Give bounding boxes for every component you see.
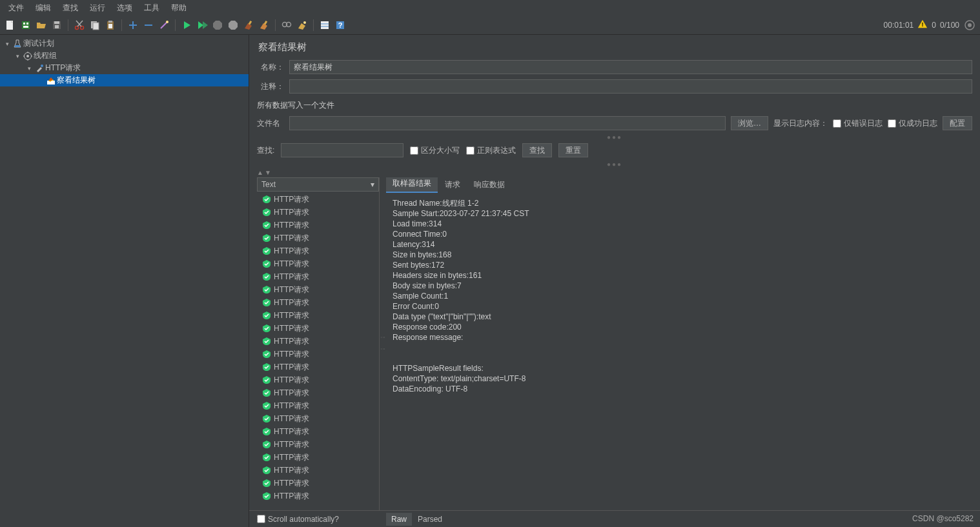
shutdown-icon[interactable] — [227, 19, 240, 32]
configure-button[interactable]: 配置 — [943, 116, 972, 130]
sample-item[interactable]: HTTP请求 — [257, 477, 379, 490]
svg-rect-4 — [26, 23, 28, 25]
menu-item[interactable]: 工具 — [139, 1, 164, 15]
svg-point-44 — [26, 55, 29, 57]
sample-item[interactable]: HTTP请求 — [257, 438, 379, 451]
new-icon[interactable] — [4, 19, 17, 32]
help-icon[interactable]: ? — [334, 19, 347, 32]
format-tab[interactable]: Parsed — [413, 513, 447, 526]
wand-icon[interactable] — [158, 19, 170, 32]
sample-item[interactable]: HTTP请求 — [257, 386, 379, 399]
scroll-auto-checkbox[interactable]: Scroll automatically? — [257, 515, 339, 524]
name-input[interactable] — [289, 60, 972, 74]
plus-icon[interactable] — [127, 19, 139, 32]
tree-test-plan[interactable]: ▾ 测试计划 — [0, 37, 249, 50]
split-handle[interactable]: ⋮ ⋮ — [380, 177, 386, 510]
divider[interactable]: ●●● — [249, 133, 980, 141]
sample-item[interactable]: HTTP请求 — [257, 348, 379, 361]
renderer-select[interactable]: Text ▾ — [257, 177, 379, 192]
sample-item[interactable]: HTTP请求 — [257, 309, 379, 322]
find-button[interactable]: 查找 — [522, 143, 552, 157]
search-icon[interactable] — [280, 19, 293, 32]
comment-input[interactable] — [289, 79, 972, 94]
sample-item[interactable]: HTTP请求 — [257, 193, 379, 206]
sampler-result-detail[interactable]: Thread Name:线程组 1-2Sample Start:2023-07-… — [386, 193, 972, 510]
menu-item[interactable]: 查找 — [58, 1, 83, 15]
tree-thread-group[interactable]: ▾ 线程组 — [0, 50, 249, 62]
format-tab[interactable]: Raw — [386, 513, 412, 526]
clear-all-icon[interactable] — [258, 19, 271, 32]
file-section-label: 所有数据写入一个文件 — [249, 96, 980, 114]
sample-item[interactable]: HTTP请求 — [257, 257, 379, 270]
menu-item[interactable]: 文件 — [4, 1, 28, 15]
search-label: 查找: — [257, 145, 274, 156]
templates-icon[interactable] — [19, 19, 32, 32]
result-tab[interactable]: 请求 — [438, 177, 467, 193]
listener-panel: 察看结果树 名称： 注释： 所有数据写入一个文件 文件名 浏览… 显示日志内容：… — [249, 35, 980, 527]
watermark: CSDN @sco5282 — [912, 514, 974, 523]
sample-item[interactable]: HTTP请求 — [257, 373, 379, 386]
result-tree-icon — [45, 75, 57, 86]
sample-item[interactable]: HTTP请求 — [257, 490, 379, 502]
expand-icon[interactable]: ▾ — [3, 41, 12, 47]
sample-item[interactable]: HTTP请求 — [257, 270, 379, 283]
success-icon — [262, 453, 271, 462]
warning-icon[interactable]: ! — [917, 19, 928, 31]
tree-http-request[interactable]: ▾ HTTP请求 — [0, 62, 249, 74]
test-plan-tree[interactable]: ▾ 测试计划 ▾ 线程组 ▾ HTTP请求 察看结果树 — [0, 35, 249, 527]
menu-item[interactable]: 选项 — [112, 1, 137, 15]
sample-item[interactable]: HTTP请求 — [257, 451, 379, 464]
sample-item[interactable]: HTTP请求 — [257, 232, 379, 244]
sample-item[interactable]: HTTP请求 — [257, 361, 379, 373]
success-icon — [262, 350, 271, 359]
sample-item[interactable]: HTTP请求 — [257, 219, 379, 232]
run-icon[interactable] — [180, 19, 193, 32]
sample-list[interactable]: HTTP请求HTTP请求HTTP请求HTTP请求HTTP请求HTTP请求HTTP… — [257, 193, 379, 510]
success-icon — [262, 208, 271, 217]
result-tab[interactable]: 响应数据 — [467, 177, 511, 193]
tree-view-results[interactable]: 察看结果树 — [0, 74, 249, 86]
sample-item[interactable]: HTTP请求 — [257, 206, 379, 219]
function-icon[interactable] — [318, 19, 331, 32]
only-errors-checkbox[interactable]: 仅错误日志 — [833, 118, 883, 129]
save-icon[interactable] — [50, 19, 63, 32]
clear-icon[interactable] — [242, 19, 255, 32]
menu-item[interactable]: 编辑 — [31, 1, 56, 15]
svg-text:?: ? — [338, 21, 343, 29]
regex-checkbox[interactable]: 正则表达式 — [466, 145, 516, 156]
cut-icon[interactable] — [73, 19, 86, 32]
svg-line-21 — [161, 22, 167, 28]
sample-item[interactable]: HTTP请求 — [257, 399, 379, 412]
result-tab[interactable]: 取样器结果 — [386, 177, 438, 193]
stop-icon[interactable] — [211, 19, 224, 32]
divider[interactable]: ●●● — [249, 160, 980, 168]
paste-icon[interactable] — [104, 19, 117, 32]
svg-rect-14 — [93, 23, 99, 30]
sample-item[interactable]: HTTP请求 — [257, 244, 379, 257]
sample-item[interactable]: HTTP请求 — [257, 283, 379, 296]
success-icon — [262, 234, 271, 243]
sample-item[interactable]: HTTP请求 — [257, 425, 379, 438]
sample-item[interactable]: HTTP请求 — [257, 464, 379, 477]
sample-item[interactable]: HTTP请求 — [257, 296, 379, 309]
filename-input[interactable] — [289, 116, 726, 130]
menu-item[interactable]: 运行 — [85, 1, 110, 15]
expand-icon[interactable]: ▾ — [13, 53, 22, 59]
minus-icon[interactable] — [142, 19, 155, 32]
menu-item[interactable]: 帮助 — [167, 1, 191, 15]
expand-icon[interactable]: ▾ — [25, 65, 34, 72]
sample-item[interactable]: HTTP请求 — [257, 412, 379, 425]
browse-button[interactable]: 浏览… — [731, 116, 768, 130]
case-sensitive-checkbox[interactable]: 区分大小写 — [410, 145, 460, 156]
open-icon[interactable] — [35, 19, 48, 32]
copy-icon[interactable] — [88, 19, 101, 32]
search-input[interactable] — [281, 143, 403, 157]
sample-item[interactable]: HTTP请求 — [257, 322, 379, 335]
sample-item[interactable]: HTTP请求 — [257, 335, 379, 348]
collapse-arrows[interactable]: ▲▼ — [249, 168, 980, 177]
name-label: 名称： — [257, 62, 284, 73]
only-success-checkbox[interactable]: 仅成功日志 — [888, 118, 937, 129]
run-no-timers-icon[interactable] — [196, 19, 209, 32]
reset-search-icon[interactable] — [296, 19, 309, 32]
reset-button[interactable]: 重置 — [558, 143, 588, 157]
